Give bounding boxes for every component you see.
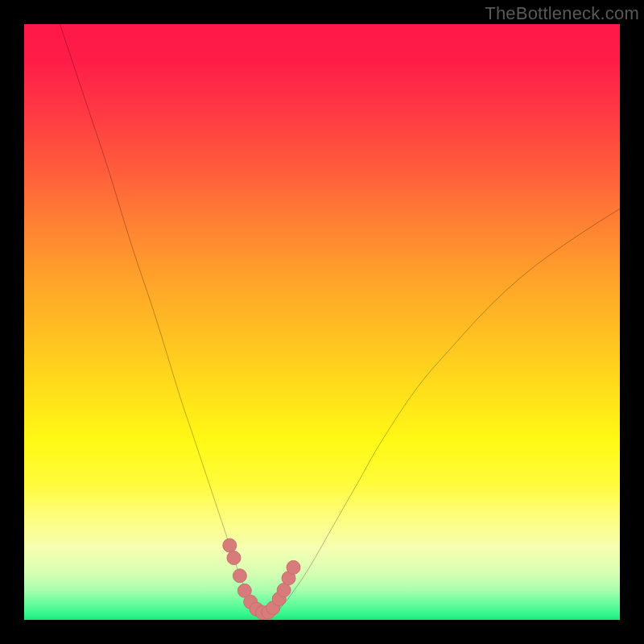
plot-area	[24, 24, 620, 620]
curve-layer	[24, 24, 620, 620]
curve-marker	[287, 560, 300, 574]
chart-frame: TheBottleneck.com	[0, 0, 644, 644]
curve-marker	[227, 551, 241, 565]
curve-markers	[223, 539, 300, 620]
curve-marker	[223, 539, 237, 552]
watermark-text: TheBottleneck.com	[485, 3, 639, 24]
curve-marker	[233, 569, 246, 583]
bottleneck-curve	[60, 24, 620, 614]
